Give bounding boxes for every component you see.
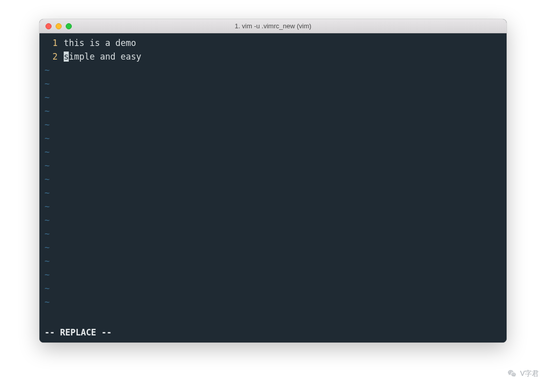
line-number: 2 xyxy=(44,50,58,64)
watermark: V字君 xyxy=(507,369,539,379)
minimize-button[interactable] xyxy=(56,23,62,29)
empty-line: ~ xyxy=(44,173,502,186)
empty-line: ~ xyxy=(44,227,502,241)
status-line: -- REPLACE -- xyxy=(44,326,502,340)
close-button[interactable] xyxy=(46,23,52,29)
window-title: 1. vim -u .vimrc_new (vim) xyxy=(39,22,507,30)
empty-line: ~ xyxy=(44,105,502,118)
watermark-text: V字君 xyxy=(520,369,539,378)
empty-line: ~ xyxy=(44,145,502,159)
line-number: 1 xyxy=(44,36,58,50)
empty-line: ~ xyxy=(44,118,502,132)
maximize-button[interactable] xyxy=(66,23,72,29)
empty-line: ~ xyxy=(44,214,502,227)
empty-line: ~ xyxy=(44,186,502,200)
line-text: this is a demo xyxy=(64,36,136,50)
editor-line: 1 this is a demo xyxy=(44,36,502,50)
empty-line: ~ xyxy=(44,91,502,105)
empty-line: ~ xyxy=(44,159,502,173)
titlebar[interactable]: 1. vim -u .vimrc_new (vim) xyxy=(39,19,507,33)
cursor: s xyxy=(64,52,69,62)
editor-line: 2 simple and easy xyxy=(44,50,502,64)
empty-line: ~ xyxy=(44,200,502,214)
editor-area[interactable]: 1 this is a demo 2 simple and easy ~~~~~… xyxy=(44,36,502,326)
terminal-body[interactable]: 1 this is a demo 2 simple and easy ~~~~~… xyxy=(39,33,507,342)
wechat-icon xyxy=(507,369,517,379)
empty-line: ~ xyxy=(44,268,502,282)
empty-line: ~ xyxy=(44,255,502,268)
empty-line: ~ xyxy=(44,241,502,255)
empty-line: ~ xyxy=(44,64,502,77)
line-text: simple and easy xyxy=(64,50,142,64)
empty-line: ~ xyxy=(44,132,502,145)
text-after-cursor: imple and easy xyxy=(69,52,141,62)
empty-line: ~ xyxy=(44,77,502,91)
empty-line: ~ xyxy=(44,282,502,296)
empty-line: ~ xyxy=(44,296,502,309)
terminal-window: 1. vim -u .vimrc_new (vim) 1 this is a d… xyxy=(39,19,507,342)
traffic-lights xyxy=(39,23,72,29)
